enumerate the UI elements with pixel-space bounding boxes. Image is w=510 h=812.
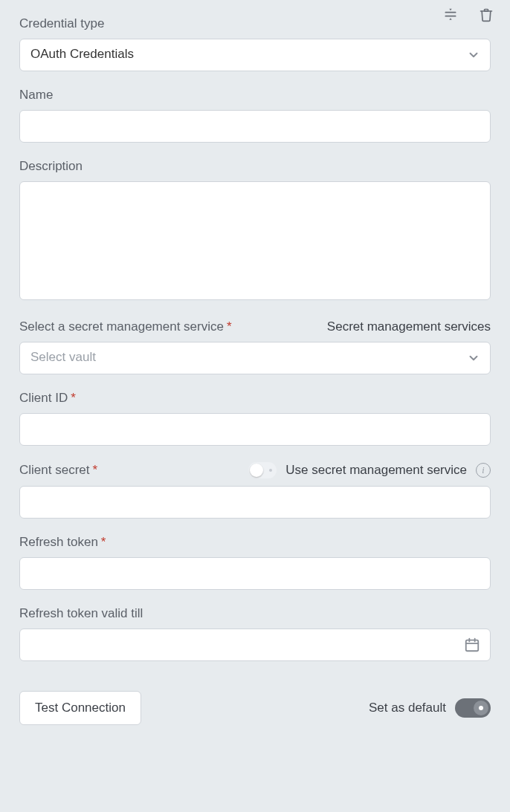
test-connection-button[interactable]: Test Connection	[19, 691, 141, 725]
use-sms-label: Use secret management service	[285, 463, 467, 478]
refresh-token-label: Refresh token*	[19, 535, 106, 550]
description-label: Description	[19, 159, 83, 174]
client-secret-label: Client secret*	[19, 463, 97, 478]
use-sms-toggle[interactable]	[248, 462, 277, 478]
vault-select[interactable]: Select vault	[19, 342, 491, 374]
vault-placeholder: Select vault	[30, 350, 96, 364]
info-icon[interactable]: i	[476, 463, 491, 478]
refresh-valid-input[interactable]	[19, 629, 491, 661]
name-label: Name	[19, 88, 53, 103]
refresh-token-input[interactable]	[19, 557, 491, 590]
calendar-icon[interactable]	[464, 637, 480, 653]
tune-icon[interactable]	[443, 7, 458, 22]
client-secret-input[interactable]	[19, 486, 491, 519]
client-id-label: Client ID*	[19, 391, 76, 406]
credential-type-label: Credential type	[19, 16, 104, 31]
name-input[interactable]	[19, 110, 491, 143]
vault-label: Select a secret management service*	[19, 319, 232, 334]
description-textarea[interactable]	[19, 181, 491, 300]
client-id-input[interactable]	[19, 413, 491, 446]
refresh-valid-label: Refresh token valid till	[19, 606, 143, 621]
trash-icon[interactable]	[479, 7, 494, 22]
svg-rect-2	[466, 640, 479, 652]
secret-services-link[interactable]: Secret management services	[327, 319, 491, 334]
set-default-toggle[interactable]	[455, 698, 491, 718]
set-default-label: Set as default	[369, 701, 446, 715]
credential-type-value: OAuth Credentials	[30, 47, 134, 61]
credential-type-select[interactable]: OAuth Credentials	[19, 39, 491, 71]
